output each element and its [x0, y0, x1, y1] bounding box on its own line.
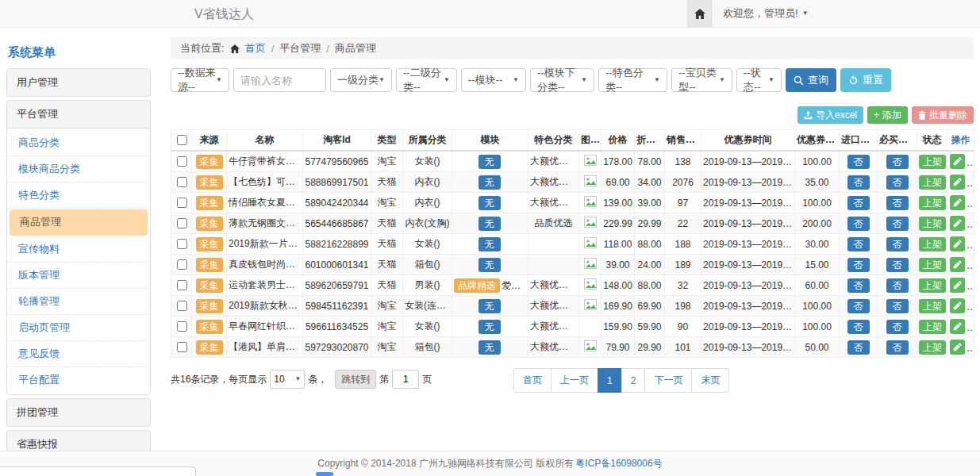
chevron-down-icon: ▼ [379, 77, 385, 83]
module-badge: 无 [478, 340, 501, 355]
module-badge: 无 [478, 175, 501, 190]
edit-button[interactable] [950, 319, 965, 334]
edit-button[interactable] [950, 257, 965, 272]
status-badge: 上架 [919, 175, 946, 190]
breadcrumb-home-link[interactable]: 首页 [245, 41, 266, 56]
imported-badge: 否 [847, 320, 870, 334]
sidebar-subitem[interactable]: 启动页管理 [8, 315, 149, 341]
product-table: 来源 名称 淘客Id 类型 所属分类 模块 特色分类 图标 价格 折后价 销售数… [171, 129, 974, 358]
name-search-input[interactable] [233, 68, 326, 92]
per-page-select[interactable]: 10 ▼ [270, 370, 305, 389]
jump-button[interactable]: 跳转到 [335, 370, 376, 389]
row-checkbox[interactable] [177, 280, 187, 290]
edit-button[interactable] [950, 340, 965, 355]
taoke-id: 589620659791 [303, 275, 371, 296]
status-badge: 上架 [919, 155, 946, 169]
table-row: 采集 早春网红针织外套女春... 596611634525 淘宝 女装() 无 … [171, 317, 974, 337]
user-menu[interactable]: 欢迎您，管理员! ▼ [723, 6, 809, 21]
coupon-amount: 100.00 [795, 151, 840, 172]
category: 女装() [403, 151, 452, 172]
reset-button[interactable]: 重置 [840, 68, 891, 92]
source-badge: 采集 [196, 320, 223, 334]
taoke-id: 596611634525 [303, 317, 371, 337]
row-checkbox[interactable] [177, 156, 187, 167]
sidebar-subitem[interactable]: 宣传物料 [8, 236, 149, 263]
sidebar-group-heading[interactable]: 拼团管理 [7, 399, 150, 426]
edit-button[interactable] [950, 278, 965, 293]
coupon-time: 2019-09-13—2019-09-18 [701, 172, 795, 193]
jump-page-input[interactable] [392, 370, 419, 389]
row-checkbox[interactable] [177, 301, 187, 311]
module-sub-select[interactable]: --模块下分类-- ▼ [530, 68, 594, 92]
coupon-amount: 50.00 [795, 337, 840, 358]
must-buy-badge: 否 [886, 299, 909, 313]
price: 39.00 [601, 255, 635, 275]
level2-category-select[interactable]: --二级分类-- ▼ [396, 68, 457, 92]
batch-delete-button[interactable]: 批量删除 [912, 106, 974, 124]
sales-count: 138 [665, 151, 701, 172]
status-select[interactable]: --状态-- ▼ [736, 68, 782, 92]
sidebar-subitem[interactable]: 商品分类 [8, 130, 149, 156]
search-button[interactable]: 查询 [786, 68, 836, 92]
edit-button[interactable] [950, 154, 965, 169]
shop-type: 淘宝 [371, 193, 403, 213]
sales-count: 2076 [665, 172, 701, 193]
sidebar-subitem[interactable]: 特色分类 [8, 182, 149, 209]
edit-button[interactable] [950, 195, 965, 210]
edit-button[interactable] [950, 298, 965, 313]
row-checkbox[interactable] [177, 177, 187, 187]
row-checkbox[interactable] [177, 198, 187, 208]
table-row: 采集 真皮钱包时尚优雅女士... 601000601341 天猫 箱包() 无 … [171, 255, 974, 275]
sidebar-group-users-heading[interactable]: 用户管理 [7, 69, 150, 96]
data-source-select[interactable]: --数据来源-- ▼ [171, 68, 229, 92]
edit-button[interactable] [950, 236, 965, 251]
imported-badge: 否 [847, 217, 870, 231]
row-checkbox[interactable] [177, 218, 187, 228]
page-button-下一页[interactable]: 下一页 [644, 368, 692, 393]
sidebar-subitem[interactable]: 意见反馈 [8, 341, 149, 367]
sidebar-subitem[interactable]: 模块商品分类 [8, 156, 149, 182]
page-button-2[interactable]: 2 [621, 368, 646, 393]
shop-type: 天猫 [371, 172, 403, 193]
icp-link[interactable]: 粤ICP备16098006号 [575, 457, 662, 470]
page-button-首页[interactable]: 首页 [513, 368, 551, 393]
item-type-select[interactable]: --宝贝类型-- ▼ [671, 68, 732, 92]
sidebar-subitem[interactable]: 平台配置 [8, 367, 149, 393]
row-checkbox[interactable] [177, 342, 187, 352]
welcome-text: 欢迎您，管理员! [723, 6, 798, 21]
product-name: 真皮钱包时尚优雅女士... [227, 255, 303, 275]
select-all-checkbox[interactable] [177, 135, 187, 145]
sidebar-subitem[interactable]: 轮播管理 [8, 289, 149, 315]
home-nav-button[interactable] [687, 0, 712, 27]
page-button-1[interactable]: 1 [598, 368, 622, 393]
module-select[interactable]: --模块-- ▼ [461, 68, 526, 92]
row-checkbox[interactable] [177, 239, 187, 249]
edit-button[interactable] [950, 175, 965, 190]
product-name: 运动套装男士卫衣初秋... [227, 275, 303, 296]
chevron-down-icon: ▼ [719, 77, 725, 83]
page-button-上一页[interactable]: 上一页 [551, 368, 598, 393]
breadcrumb: 当前位置: 首页 / 平台管理 / 商品管理 [171, 37, 974, 60]
browser-status-bubble [0, 466, 196, 476]
edit-button[interactable] [950, 216, 965, 231]
source-badge: 采集 [196, 217, 223, 231]
taoke-id: 577479560965 [303, 151, 371, 172]
imported-badge: 否 [847, 175, 870, 190]
sidebar-subitem[interactable]: 版本管理 [8, 263, 149, 289]
sidebar-subitem-active[interactable]: 商品管理 [10, 209, 148, 236]
must-buy-badge: 否 [886, 237, 909, 251]
add-button[interactable]: + 添加 [867, 106, 908, 124]
coupon-amount: 30.00 [795, 234, 840, 255]
feature-category-select[interactable]: --特色分类-- ▼ [598, 68, 667, 92]
coupon-amount: 200.00 [795, 213, 840, 234]
home-icon [694, 9, 705, 19]
sidebar: 系统菜单 用户管理 平台管理 商品分类模块商品分类特色分类商品管理宣传物料版本管… [6, 42, 151, 476]
platform-submenu: 商品分类模块商品分类特色分类商品管理宣传物料版本管理轮播管理启动页管理意见反馈平… [7, 128, 150, 394]
level1-category-select[interactable]: 一级分类 ▼ [330, 68, 392, 92]
page-button-末页[interactable]: 末页 [691, 368, 729, 393]
import-excel-button[interactable]: 导入excel [797, 106, 863, 124]
row-checkbox[interactable] [177, 259, 187, 270]
row-checkbox[interactable] [177, 321, 187, 332]
coupon-time: 2019-09-13—2019-09-17 [701, 151, 795, 172]
sidebar-group-platform-heading[interactable]: 平台管理 [7, 101, 150, 128]
